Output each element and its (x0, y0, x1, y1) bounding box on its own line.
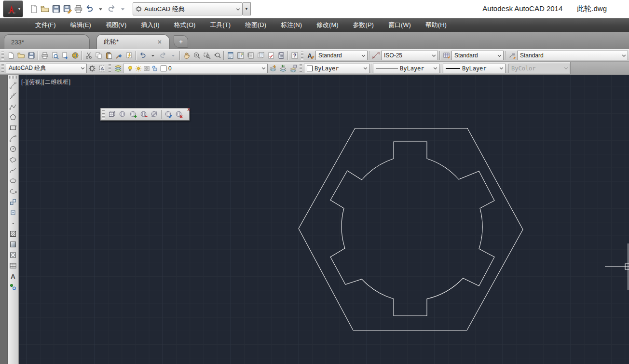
menu-item-tools[interactable]: 工具(T) (203, 18, 238, 32)
sphere-edit-button[interactable] (163, 109, 174, 120)
toolbar-grip[interactable] (300, 64, 302, 72)
workspaces-combo[interactable]: AutoCAD 经典 (6, 64, 87, 73)
file-tab-233[interactable]: 233* (4, 34, 90, 49)
revision-cloud-button[interactable] (8, 154, 18, 165)
ellipse-button[interactable] (8, 175, 18, 186)
arc-button[interactable] (8, 133, 18, 144)
sphere-button[interactable] (117, 109, 128, 120)
sphere-off-button[interactable] (149, 109, 160, 120)
layer-states-button[interactable] (288, 63, 298, 73)
linetype-combo[interactable]: ByLayer (373, 64, 439, 73)
hatch-button[interactable] (8, 229, 18, 239)
save-button[interactable] (26, 51, 36, 61)
rectangle-button[interactable] (8, 122, 18, 133)
open-button[interactable] (40, 4, 50, 14)
layer-props-button[interactable] (113, 63, 123, 73)
menu-item-format[interactable]: 格式(O) (167, 18, 203, 32)
gear-button[interactable] (87, 63, 97, 73)
table-style-button[interactable] (441, 51, 451, 61)
redo-button[interactable] (158, 51, 168, 61)
file-tab-cilun[interactable]: 此轮* × (96, 34, 170, 49)
sheet-set-manager-button[interactable] (256, 51, 266, 61)
menu-item-dimension[interactable]: 标注(N) (273, 18, 309, 32)
help-button[interactable]: ? (289, 51, 300, 61)
menu-item-window[interactable]: 窗口(W) (381, 18, 418, 32)
toolbar-grip[interactable] (1, 64, 4, 72)
mleader-style-button[interactable] (507, 51, 517, 61)
menu-item-edit[interactable]: 编辑(E) (63, 18, 98, 32)
match-properties-button[interactable] (114, 51, 124, 61)
menu-item-insert[interactable]: 插入(I) (134, 18, 166, 32)
open-button[interactable] (16, 51, 26, 61)
make-object-layer-current-button[interactable] (268, 63, 278, 73)
text-style-button[interactable]: A (305, 51, 315, 61)
toolbar-grip[interactable] (102, 110, 105, 119)
sphere-remove-button[interactable] (138, 109, 149, 120)
polygon-button[interactable] (8, 112, 18, 122)
toolbar-grip[interactable] (1, 52, 4, 60)
polyline-button[interactable] (8, 101, 18, 112)
zoom-realtime-button[interactable] (191, 51, 202, 61)
workspace-settings-button[interactable] (97, 63, 107, 73)
plot-button[interactable] (40, 51, 50, 61)
point-button[interactable] (8, 218, 18, 229)
menu-item-help[interactable]: 帮助(H) (418, 18, 454, 32)
application-menu-button[interactable]: ▾ (3, 0, 23, 17)
close-icon[interactable]: x (187, 107, 190, 112)
paste-button[interactable] (104, 51, 114, 61)
undo-button[interactable] (84, 4, 95, 14)
table-button[interactable] (8, 260, 18, 271)
copy-button[interactable] (94, 51, 104, 61)
undo-drop-button[interactable] (148, 51, 158, 61)
new-tab-button[interactable]: + (174, 35, 188, 48)
redo-drop-button[interactable] (168, 51, 178, 61)
workspace-switcher-combo[interactable]: AutoCAD 经典 (133, 2, 243, 15)
lineweight-combo[interactable]: ByLayer (443, 64, 506, 73)
multiline-text-button[interactable]: A (8, 271, 18, 282)
floating-toolbar[interactable]: x (100, 108, 190, 121)
zoom-previous-button[interactable] (212, 51, 222, 61)
zoom-window-button[interactable] (202, 51, 212, 61)
circle-button[interactable] (8, 144, 18, 154)
menu-item-modify[interactable]: 修改(M) (309, 18, 346, 32)
pan-button[interactable] (181, 51, 191, 61)
toolbar-overflow-button[interactable]: ▼ (243, 2, 251, 15)
insert-block-button[interactable] (8, 197, 18, 207)
tab-close-icon[interactable]: × (157, 39, 163, 45)
sphere-add-button[interactable] (128, 109, 138, 120)
publish-button[interactable] (60, 51, 70, 61)
line-button[interactable] (8, 80, 18, 91)
mleader-style-combo[interactable]: Standard (517, 51, 628, 60)
design-center-button[interactable] (235, 51, 246, 61)
new-button[interactable] (6, 51, 16, 61)
construction-line-button[interactable] (8, 91, 18, 101)
new-button[interactable] (29, 4, 39, 14)
quick-calc-button[interactable] (276, 51, 286, 61)
layer-vp-freeze-button[interactable] (142, 64, 150, 72)
layer-previous-button[interactable] (278, 63, 288, 73)
make-block-button[interactable] (8, 207, 18, 218)
layer-thaw-button[interactable] (134, 64, 142, 72)
toolbar-grip[interactable] (109, 64, 111, 72)
properties-button[interactable] (225, 51, 235, 61)
menu-item-draw[interactable]: 绘图(D) (238, 18, 273, 32)
text-style-combo[interactable]: Standard (315, 51, 368, 60)
menu-item-view[interactable]: 视图(V) (98, 18, 134, 32)
spline-button[interactable] (8, 165, 18, 175)
layer-unlock-button[interactable] (150, 64, 159, 72)
pc-box-button[interactable] (107, 109, 117, 120)
redo-drop-button[interactable] (118, 4, 128, 14)
cut-button[interactable] (83, 51, 94, 61)
save-as-button[interactable] (62, 4, 72, 14)
toolbar-grip[interactable] (9, 76, 17, 79)
dim-style-combo[interactable]: ISO-25 (381, 51, 438, 60)
save-button[interactable] (51, 4, 61, 14)
gradient-button[interactable] (8, 239, 18, 250)
hexagon-outline[interactable] (299, 128, 523, 330)
plot-preview-button[interactable] (50, 51, 60, 61)
drawing-canvas[interactable]: [-][俯视][二维线框] x (19, 75, 629, 364)
menu-item-parametric[interactable]: 参数(P) (346, 18, 381, 32)
layer-on-button[interactable] (126, 64, 134, 72)
markup-set-manager-button[interactable] (266, 51, 276, 61)
plot-button[interactable] (73, 4, 83, 14)
